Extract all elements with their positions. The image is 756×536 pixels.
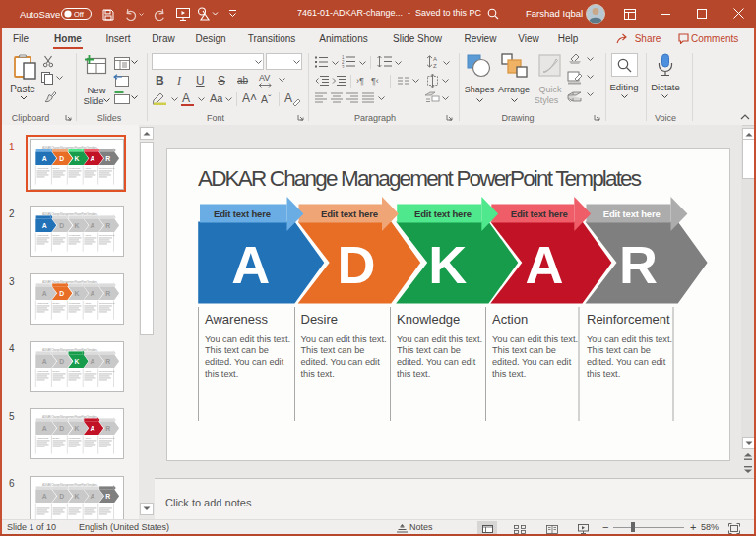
svg-text:Awareness: Awareness	[37, 437, 50, 440]
svg-text:R: R	[619, 235, 658, 294]
svg-text:Action: Action	[84, 437, 91, 440]
svg-text:A: A	[526, 235, 564, 294]
svg-text:K: K	[74, 492, 79, 499]
svg-text:edited. You can edit: edited. You can edit	[397, 357, 476, 367]
svg-text:3: 3	[342, 65, 345, 69]
svg-text:D: D	[59, 357, 64, 364]
svg-text:A: A	[91, 357, 95, 364]
svg-text:Action: Action	[84, 505, 91, 507]
svg-text:A: A	[42, 357, 47, 364]
svg-text:this text.: this text.	[397, 369, 430, 379]
svg-text:This text can be: This text can be	[397, 345, 461, 355]
svg-text:Awareness: Awareness	[37, 234, 50, 237]
svg-text:Desire: Desire	[53, 505, 61, 507]
svg-text:You can edit this text.: You can edit this text.	[205, 334, 290, 344]
svg-text:edited. You can edit: edited. You can edit	[492, 357, 572, 367]
svg-text:You can edit this text.: You can edit this text.	[397, 334, 482, 344]
svg-text:edited. You can edit: edited. You can edit	[587, 357, 666, 367]
svg-text:Desire: Desire	[53, 302, 61, 305]
svg-text:Off: Off	[74, 10, 85, 19]
svg-text:Action: Action	[84, 234, 91, 237]
svg-text:Action: Action	[84, 302, 91, 305]
svg-text:R: R	[105, 492, 110, 499]
svg-text:K: K	[74, 222, 79, 229]
svg-text:R: R	[105, 290, 110, 297]
svg-text:edited. You can edit: edited. You can edit	[301, 357, 381, 367]
svg-text:You can edit this text.: You can edit this text.	[301, 334, 387, 344]
svg-text:Knowledge: Knowledge	[69, 370, 81, 373]
svg-text:This text can be: This text can be	[492, 345, 556, 355]
svg-text:Desire: Desire	[53, 370, 61, 373]
svg-text:You can edit this text.: You can edit this text.	[492, 334, 578, 344]
svg-text:This text can be: This text can be	[301, 345, 365, 355]
svg-text:Reinforcement: Reinforcement	[99, 234, 115, 237]
svg-text:this text.: this text.	[587, 369, 620, 379]
svg-text:R: R	[105, 357, 110, 364]
svg-text:K: K	[428, 235, 467, 294]
svg-text:A: A	[42, 492, 47, 499]
svg-text:Reinforcement: Reinforcement	[99, 370, 115, 373]
svg-text:Action: Action	[492, 312, 528, 327]
svg-text:Reinforcement: Reinforcement	[99, 505, 115, 507]
svg-text:This text can be: This text can be	[587, 345, 651, 355]
svg-text:Edit text here: Edit text here	[603, 208, 661, 219]
svg-text:D: D	[59, 492, 64, 499]
svg-text:Awareness: Awareness	[37, 302, 50, 305]
svg-text:A: A	[433, 56, 437, 62]
svg-text:Knowledge: Knowledge	[69, 302, 81, 305]
svg-text:A: A	[91, 492, 95, 499]
svg-text:A: A	[91, 222, 95, 229]
svg-text:Edit text here: Edit text here	[414, 208, 472, 219]
svg-text:Action: Action	[84, 370, 91, 373]
svg-text:Awareness: Awareness	[37, 370, 50, 373]
svg-text:D: D	[338, 235, 376, 294]
svg-text:A: A	[42, 425, 47, 432]
svg-text:this text.: this text.	[301, 369, 335, 379]
svg-text:A: A	[91, 425, 95, 432]
svg-text:Awareness: Awareness	[37, 505, 50, 507]
svg-text:A: A	[42, 290, 47, 297]
svg-text:Knowledge: Knowledge	[397, 312, 460, 327]
svg-text:ADKAR Change Management PowerP: ADKAR Change Management PowerPoint Templ…	[198, 166, 642, 191]
svg-text:edited. You can edit: edited. You can edit	[205, 357, 284, 367]
svg-text:Reinforcement: Reinforcement	[587, 312, 670, 327]
svg-text:A: A	[231, 235, 270, 294]
svg-text:Reinforcement: Reinforcement	[99, 437, 115, 440]
svg-text:This text can be: This text can be	[205, 345, 269, 355]
svg-text:Knowledge: Knowledge	[69, 437, 81, 440]
svg-text:this text.: this text.	[205, 369, 238, 379]
svg-text:Desire: Desire	[53, 234, 61, 237]
svg-text:Edit text here: Edit text here	[511, 208, 568, 219]
svg-text:K: K	[74, 357, 79, 364]
svg-text:Desire: Desire	[53, 437, 61, 440]
svg-text:K: K	[74, 290, 79, 297]
svg-text:Knowledge: Knowledge	[69, 234, 81, 237]
svg-text:K: K	[74, 425, 79, 432]
svg-text:Edit text here: Edit text here	[321, 208, 378, 219]
svg-text:Z: Z	[433, 63, 437, 68]
svg-text:A: A	[42, 222, 47, 229]
svg-text:D: D	[59, 425, 64, 432]
svg-text:A: A	[91, 290, 95, 297]
svg-text:Knowledge: Knowledge	[69, 505, 81, 507]
svg-text:Edit text here: Edit text here	[214, 208, 271, 219]
svg-text:this text.: this text.	[492, 369, 526, 379]
svg-text:R: R	[105, 222, 110, 229]
svg-text:Reinforcement: Reinforcement	[99, 302, 115, 305]
svg-text:You can edit this text.: You can edit this text.	[587, 334, 672, 344]
svg-text:D: D	[59, 290, 64, 297]
svg-text:D: D	[59, 222, 64, 229]
svg-text:R: R	[105, 425, 110, 432]
svg-text:Desire: Desire	[301, 312, 339, 327]
svg-text:Awareness: Awareness	[205, 312, 269, 327]
